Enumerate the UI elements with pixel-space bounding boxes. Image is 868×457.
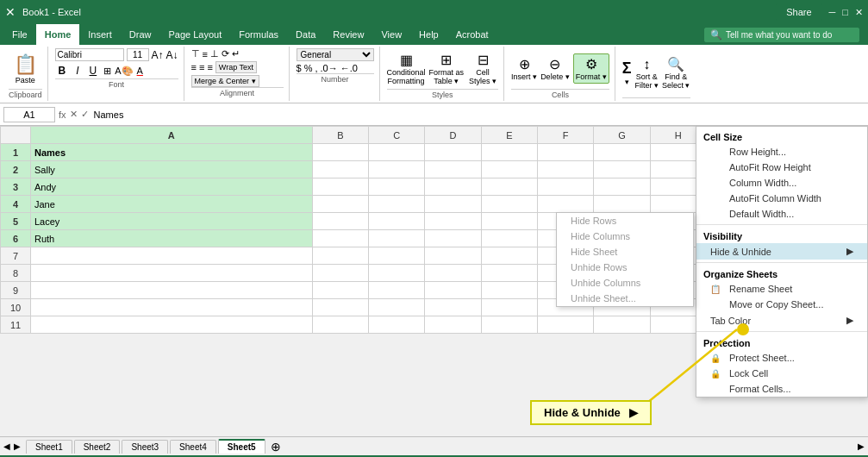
- cell-F1[interactable]: [537, 144, 593, 161]
- cell-B7[interactable]: [312, 247, 368, 265]
- underline-button[interactable]: U: [86, 63, 101, 78]
- cell-B3[interactable]: [312, 178, 368, 196]
- wrap-text-button[interactable]: Wrap Text: [215, 61, 257, 73]
- cell-D8[interactable]: [425, 265, 481, 282]
- lock-cell-item[interactable]: 🔒 Lock Cell: [696, 366, 867, 381]
- align-bottom-icon[interactable]: ⊥: [210, 48, 219, 59]
- row-header-4[interactable]: 4: [1, 196, 31, 213]
- sheet-tab-4[interactable]: Sheet4: [170, 440, 216, 454]
- paste-button[interactable]: 📋 Paste: [12, 48, 39, 89]
- sheet-scroll-right-icon[interactable]: ▶: [14, 441, 21, 451]
- font-size-input[interactable]: [127, 48, 149, 61]
- col-header-d[interactable]: D: [425, 127, 481, 144]
- cell-E8[interactable]: [481, 265, 537, 282]
- merge-center-button[interactable]: Merge & Center ▾: [191, 75, 259, 87]
- cell-A2[interactable]: Sally: [31, 161, 313, 178]
- maximize-icon[interactable]: □: [842, 7, 848, 17]
- cell-A1[interactable]: Names: [31, 144, 313, 161]
- cell-C1[interactable]: [368, 144, 424, 161]
- cell-E10[interactable]: [481, 299, 537, 316]
- tab-view[interactable]: View: [372, 24, 410, 45]
- confirm-formula-icon[interactable]: ✓: [81, 109, 89, 120]
- row-header-6[interactable]: 6: [1, 230, 31, 247]
- cell-reference-input[interactable]: [3, 107, 55, 122]
- autofit-row-item[interactable]: AutoFit Row Height: [696, 160, 867, 175]
- align-top-icon[interactable]: ⊤: [191, 48, 200, 59]
- hide-unhide-item[interactable]: Hide & Unhide ▶: [696, 243, 867, 260]
- cell-D11[interactable]: [425, 316, 481, 334]
- row-header-10[interactable]: 10: [1, 299, 31, 316]
- cell-F2[interactable]: [537, 161, 593, 178]
- indent-icon[interactable]: ↵: [232, 48, 240, 59]
- cell-B11[interactable]: [312, 316, 368, 334]
- cell-F3[interactable]: [537, 178, 593, 196]
- sheet-tab-5[interactable]: Sheet5: [218, 439, 265, 454]
- hide-sheet-item[interactable]: Hide Sheet: [557, 244, 693, 260]
- tab-draw[interactable]: Draw: [121, 24, 160, 45]
- row-height-item[interactable]: Row Height...: [696, 144, 867, 160]
- tab-file[interactable]: File: [3, 24, 36, 45]
- tab-color-item[interactable]: Tab Color ▶: [696, 312, 867, 329]
- cell-F4[interactable]: [537, 196, 593, 213]
- sheet-scroll-left-icon[interactable]: ◀: [3, 441, 10, 451]
- cell-E2[interactable]: [481, 161, 537, 178]
- increase-decimal-icon[interactable]: .0→: [321, 63, 338, 73]
- row-header-1[interactable]: 1: [1, 144, 31, 161]
- cell-D4[interactable]: [425, 196, 481, 213]
- unhide-rows-item[interactable]: Unhide Rows: [557, 260, 693, 275]
- cell-C5[interactable]: [368, 213, 424, 230]
- cell-A11[interactable]: [31, 316, 313, 334]
- sum-button[interactable]: Σ ▾: [622, 59, 632, 86]
- row-header-9[interactable]: 9: [1, 282, 31, 299]
- minimize-icon[interactable]: ─: [829, 7, 836, 17]
- font-name-input[interactable]: [55, 48, 124, 61]
- cell-D5[interactable]: [425, 213, 481, 230]
- cell-B8[interactable]: [312, 265, 368, 282]
- formula-input[interactable]: Names: [92, 108, 865, 122]
- insert-button[interactable]: ⊕ Insert ▾: [511, 56, 537, 81]
- col-header-a[interactable]: A: [31, 127, 313, 144]
- cell-C4[interactable]: [368, 196, 424, 213]
- cell-E3[interactable]: [481, 178, 537, 196]
- decrease-font-icon[interactable]: A↓: [166, 49, 178, 61]
- tab-acrobat[interactable]: Acrobat: [447, 24, 497, 45]
- cell-E7[interactable]: [481, 247, 537, 265]
- cell-B1[interactable]: [312, 144, 368, 161]
- cell-D10[interactable]: [425, 299, 481, 316]
- align-center-icon[interactable]: ≡: [199, 62, 204, 72]
- cell-E1[interactable]: [481, 144, 537, 161]
- search-bar[interactable]: 🔍 Tell me what you want to do: [704, 28, 859, 42]
- tab-home[interactable]: Home: [36, 24, 80, 45]
- cell-B5[interactable]: [312, 213, 368, 230]
- align-right-icon[interactable]: ≡: [207, 62, 212, 72]
- cell-C9[interactable]: [368, 282, 424, 299]
- cell-C8[interactable]: [368, 265, 424, 282]
- cell-G3[interactable]: [594, 178, 650, 196]
- col-header-b[interactable]: B: [312, 127, 368, 144]
- sort-filter-button[interactable]: ↕ Sort &Filter ▾: [634, 57, 659, 90]
- text-angle-icon[interactable]: ⟳: [222, 48, 229, 59]
- rename-sheet-item[interactable]: 📋 Rename Sheet: [696, 281, 867, 297]
- align-middle-icon[interactable]: ≡: [203, 49, 208, 59]
- border-button[interactable]: ⊞: [103, 66, 111, 77]
- cell-E11[interactable]: [481, 316, 537, 334]
- cell-A9[interactable]: [31, 282, 313, 299]
- format-as-table-button[interactable]: ⊞ Format asTable ▾: [429, 52, 465, 85]
- tab-formulas[interactable]: Formulas: [230, 24, 287, 45]
- cell-B2[interactable]: [312, 161, 368, 178]
- cell-C10[interactable]: [368, 299, 424, 316]
- cell-E6[interactable]: [481, 230, 537, 247]
- cell-C3[interactable]: [368, 178, 424, 196]
- cell-D3[interactable]: [425, 178, 481, 196]
- cell-G11[interactable]: [594, 316, 650, 334]
- protect-sheet-item[interactable]: 🔒 Protect Sheet...: [696, 350, 867, 366]
- font-color-button[interactable]: A: [137, 66, 143, 76]
- cell-B10[interactable]: [312, 299, 368, 316]
- sheet-tab-2[interactable]: Sheet2: [74, 440, 121, 454]
- cell-A4[interactable]: Jane: [31, 196, 313, 213]
- col-header-c[interactable]: C: [368, 127, 424, 144]
- delete-button[interactable]: ⊖ Delete ▾: [540, 56, 570, 81]
- cell-D9[interactable]: [425, 282, 481, 299]
- cell-A3[interactable]: Andy: [31, 178, 313, 196]
- italic-button[interactable]: I: [72, 63, 82, 78]
